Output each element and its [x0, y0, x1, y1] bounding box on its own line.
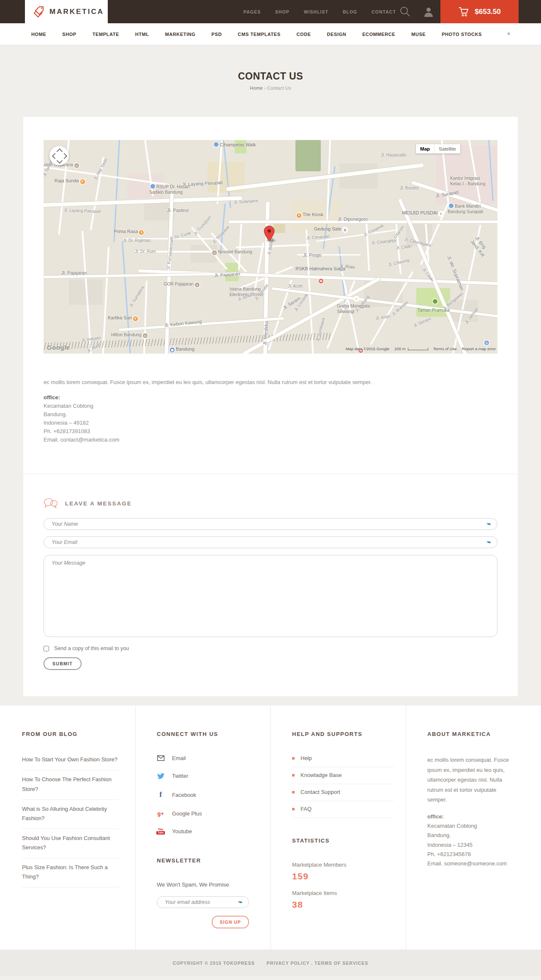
map-poi-icon: ⌂ — [143, 333, 148, 338]
category-nav-item[interactable]: HOME — [31, 32, 46, 37]
square-bullet-icon — [292, 757, 295, 760]
category-nav-item[interactable]: MARKETING — [165, 32, 196, 37]
map-label: H — [317, 278, 325, 283]
social-link-email[interactable]: Email — [157, 755, 259, 761]
social-link-twitter[interactable]: Twitter — [157, 773, 259, 779]
map-label: Jl. Layang Pasupati — [64, 208, 101, 214]
map-area-patch — [295, 140, 321, 171]
category-nav-item[interactable]: ECOMMERCE — [362, 32, 395, 37]
brand-logo[interactable]: MARKETICA — [25, 0, 108, 23]
map-label: GOR Pajajaran⌂ — [164, 281, 201, 287]
page-title: CONTACT US — [0, 71, 541, 82]
blog-post-link[interactable]: Should You Use Fashion Consultant Servic… — [22, 829, 119, 858]
map-attribution: Map data ©2015 Google 200 m Terms of Use… — [346, 346, 496, 351]
square-bullet-icon — [292, 808, 295, 810]
blog-post-link[interactable]: How To Start Your Own Fashion Store? — [22, 755, 119, 770]
top-nav-item[interactable]: PAGES — [243, 9, 261, 14]
blog-post-link[interactable]: Plus Size Fashion: Is There Such a Thing… — [22, 858, 119, 887]
social-link-google-plus[interactable]: g+Google Plus — [157, 810, 259, 817]
category-nav-item[interactable]: HTML — [135, 32, 149, 37]
breadcrumb-home[interactable]: Home — [250, 85, 263, 91]
map-pan-control[interactable] — [49, 146, 69, 165]
top-nav-item[interactable]: SHOP — [275, 9, 290, 14]
top-nav-item[interactable]: BLOG — [343, 9, 357, 14]
social-link-facebook[interactable]: fFacebook — [157, 791, 259, 799]
email-input[interactable] — [44, 536, 497, 548]
map-label: Raja SundaY — [55, 178, 86, 184]
map-label: ⌂Novotel Bandung — [211, 249, 252, 255]
send-copy-checkbox[interactable] — [44, 646, 49, 651]
google-map[interactable]: Map Satellite Google Map data ©2015 Goog… — [44, 140, 497, 354]
report-map-error-link[interactable]: Report a map error — [462, 346, 496, 351]
terms-of-use-link[interactable]: Terms of Use — [433, 346, 457, 351]
cart-icon — [458, 6, 469, 17]
map-label: Jl. Progo — [303, 253, 321, 258]
category-nav-item[interactable]: PHOTO STOCKS — [442, 32, 482, 37]
name-input[interactable] — [44, 518, 497, 530]
about-heading: ABOUT MARKETICA — [427, 731, 529, 737]
statistics-block: STATISTICS Marketplace Members159Marketp… — [292, 837, 394, 910]
help-link[interactable]: Knowladge Base — [292, 767, 394, 784]
chat-bubbles-icon — [44, 498, 58, 509]
terms-of-services-link[interactable]: TERMS OF SERVICES — [314, 961, 368, 966]
map-label: Jl. Purnawarman — [166, 238, 175, 270]
social-link-label: Youtube — [172, 828, 192, 835]
help-link[interactable]: Contact Support — [292, 784, 394, 801]
leave-message-heading: LEAVE A MESSAGE — [65, 500, 132, 507]
footer-connect-column: CONNECT WITH US EmailTwitterfFacebookg+G… — [135, 705, 270, 950]
pan-right-icon[interactable] — [61, 153, 67, 159]
map-poi-icon: ☪ — [439, 211, 443, 216]
map-label: Jl. Diponegoro — [338, 217, 368, 222]
help-link[interactable]: Help — [292, 755, 394, 767]
blog-post-link[interactable]: What is So Alluring About Celebrity Fash… — [22, 800, 119, 829]
category-nav-item[interactable]: SHOP — [62, 32, 77, 37]
message-textarea[interactable] — [44, 555, 497, 637]
blog-post-link[interactable]: How To Choose The Perfect Fashion Store? — [22, 770, 119, 799]
square-bullet-icon — [292, 791, 295, 793]
map-label: Jl. Pajajaran — [61, 270, 87, 276]
map-scale: 200 m — [394, 346, 428, 351]
social-link-label: Google Plus — [172, 810, 202, 817]
top-nav: PAGESSHOPWISHLISTBLOGCONTACT — [243, 0, 396, 23]
pan-up-icon[interactable] — [57, 148, 63, 154]
category-nav-item[interactable]: CODE — [297, 32, 311, 37]
cart-total: $653.50 — [475, 8, 500, 16]
category-nav-item[interactable]: TEMPLATE — [93, 32, 119, 37]
category-nav-item[interactable]: CMS TEMPLATES — [238, 32, 281, 37]
statistics-heading: STATISTICS — [292, 837, 394, 844]
social-link-youtube[interactable]: YouTubeYoutube — [157, 828, 259, 835]
map-poi-icon: ▪ — [354, 296, 359, 301]
top-nav-item[interactable]: WISHLIST — [304, 9, 328, 14]
google-logo[interactable]: Google — [47, 344, 70, 351]
map-label: Gedung Sate▥ — [314, 226, 349, 232]
map-label: Jl. Sumatera — [128, 285, 145, 308]
map-road — [366, 221, 370, 271]
category-nav-item[interactable]: MUSE — [411, 32, 426, 37]
map-road — [102, 247, 109, 354]
newsletter-block: NEWSLETTER We Won't Spam, We Promise ✒ S… — [157, 857, 249, 928]
office-address-block: office: Kecamatan CoblongBandung.Indones… — [44, 393, 497, 445]
breadcrumb: Home › Contact Us — [0, 85, 541, 91]
help-link[interactable]: FAQ — [292, 801, 394, 818]
top-nav-item[interactable]: CONTACT — [372, 9, 396, 14]
map-area-patch — [273, 222, 285, 233]
satellite-button[interactable]: Satellite — [434, 144, 460, 154]
category-nav-item[interactable]: PSD — [211, 32, 221, 37]
search-icon[interactable] — [399, 5, 411, 19]
pan-left-icon[interactable] — [52, 153, 58, 159]
newsletter-email-input[interactable] — [157, 896, 249, 908]
privacy-policy-link[interactable]: PRIVACY POLICY — [267, 961, 310, 966]
cart-button[interactable]: $653.50 — [440, 0, 519, 23]
chevron-down-icon[interactable]: » — [506, 32, 512, 35]
office-address-line: Ph. +62817391083 — [44, 427, 497, 436]
map-marker-pin[interactable] — [264, 225, 275, 242]
user-icon[interactable] — [423, 6, 434, 19]
map-button[interactable]: Map — [416, 144, 434, 154]
signup-button[interactable]: SIGN UP — [212, 916, 249, 928]
help-link-list: HelpKnowladge BaseContact SupportFAQ — [292, 755, 394, 818]
pan-down-icon[interactable] — [57, 158, 63, 164]
map-poi-icon — [449, 203, 454, 208]
submit-button[interactable]: SUBMIT — [44, 657, 82, 670]
connect-link-list: EmailTwitterfFacebookg+Google PlusYouTub… — [157, 755, 259, 835]
category-nav-item[interactable]: DESIGN — [327, 32, 347, 37]
